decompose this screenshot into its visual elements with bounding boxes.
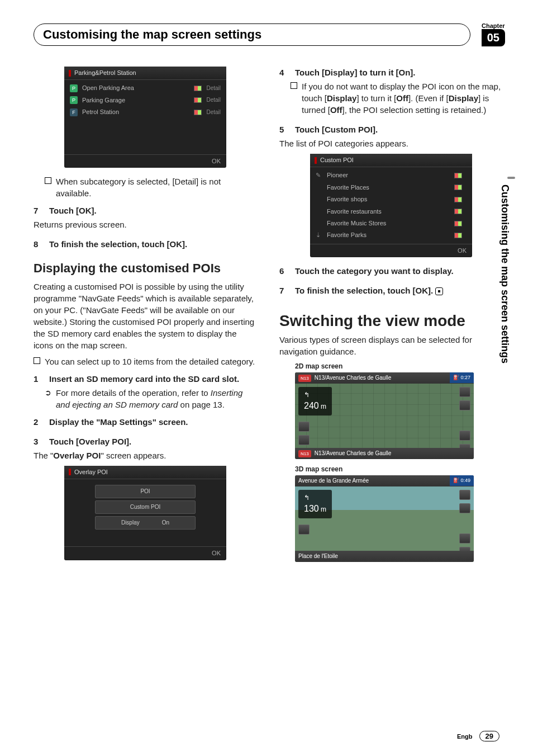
shot1-title: Parking&Petrol Station xyxy=(74,69,136,77)
list-item[interactable]: ✎Pioneer xyxy=(310,169,472,181)
screenshot-3d-map: Avenue de la Grande Armée ⛽ 0:49 ↰130 m … xyxy=(295,475,474,562)
custom-poi-button[interactable]: Custom POI xyxy=(95,500,196,514)
map-button[interactable] xyxy=(459,387,470,397)
time-badge: ⛽ 0:27 xyxy=(450,372,474,383)
side-tab-label: Customising the map screen settings xyxy=(499,185,511,363)
body-text: If you do not want to display the POI ic… xyxy=(302,81,503,116)
list-item[interactable]: ⇣Favorite Parks xyxy=(310,229,472,241)
step-heading: Touch [Display] to turn it [On]. xyxy=(295,67,503,78)
bullet-icon xyxy=(34,357,40,364)
ok-button[interactable]: OK xyxy=(212,158,221,164)
figure-caption: 3D map screen xyxy=(295,465,503,474)
map-button[interactable] xyxy=(298,525,310,535)
page-number: 29 xyxy=(479,731,499,741)
section-heading: Switching the view mode xyxy=(279,310,503,332)
street-name: N13/Avenue Charles de Gaulle xyxy=(315,374,392,382)
bullet-icon xyxy=(291,82,297,89)
thumb-tab-mark xyxy=(507,177,515,179)
list-item[interactable]: POpen Parking AreaDetail xyxy=(64,82,226,94)
step-heading: To finish the selection, touch [OK]. xyxy=(295,285,503,296)
reference-arrow-icon: ➲ xyxy=(45,388,51,410)
language-label: Engb xyxy=(457,733,473,740)
display-toggle-button[interactable]: DisplayOn xyxy=(95,516,196,530)
list-item[interactable]: Favorite restaurants xyxy=(310,206,472,218)
list-item[interactable]: Favorite Music Stores xyxy=(310,218,472,229)
screenshot-2d-map: N13N13/Avenue Charles de Gaulle ⛽ 0:27 ↰… xyxy=(295,372,474,459)
ok-button[interactable]: OK xyxy=(458,247,467,254)
poi-button[interactable]: POI xyxy=(95,485,196,498)
parking-icon: P xyxy=(70,84,78,92)
map-button[interactable] xyxy=(459,400,470,410)
section-heading: Displaying the customised POIs xyxy=(34,260,257,277)
end-section-icon xyxy=(435,287,443,295)
step-heading: Touch the category you want to display. xyxy=(295,265,503,277)
distance-panel: ↰130 m xyxy=(298,490,332,518)
fuel-icon: F xyxy=(70,108,78,116)
map-button[interactable] xyxy=(459,431,470,441)
body-text: For more details of the operation, refer… xyxy=(56,387,257,410)
time-badge: ⛽ 0:49 xyxy=(450,475,474,486)
list-item[interactable]: PParking GarageDetail xyxy=(64,94,226,106)
map-button[interactable] xyxy=(459,490,470,500)
body-text: You can select up to 10 items from the d… xyxy=(45,356,255,367)
shot2-title: Overlay POI xyxy=(74,468,108,476)
list-item[interactable]: Favorite shops xyxy=(310,193,472,205)
street-name: Place de l'Etoile xyxy=(298,552,338,560)
bullet-icon xyxy=(45,177,51,184)
shot3-title: Custom POI xyxy=(320,156,354,164)
street-name: Avenue de la Grande Armée xyxy=(298,477,369,485)
chapter-title: Customising the map screen settings xyxy=(34,23,470,46)
chapter-number: 05 xyxy=(482,29,505,46)
route-badge: N13 xyxy=(298,450,311,457)
list-item[interactable]: Favorite Places xyxy=(310,182,472,193)
map-button[interactable] xyxy=(298,435,310,445)
step-heading: Touch [Custom POI]. xyxy=(295,124,503,135)
step-heading: Touch [Overlay POI]. xyxy=(49,436,257,447)
route-badge: N13 xyxy=(298,375,311,382)
body-text: Creating a customised POI is possible by… xyxy=(34,281,257,351)
screenshot-overlay-poi: Overlay POI POI Custom POI DisplayOn OK xyxy=(64,466,226,560)
body-text: The list of POI categories appears. xyxy=(279,138,503,149)
figure-caption: 2D map screen xyxy=(295,362,503,371)
map-button[interactable] xyxy=(459,533,470,544)
step-heading: Insert an SD memory card into the SD car… xyxy=(49,373,257,385)
step-heading: Display the "Map Settings" screen. xyxy=(49,416,257,428)
ok-button[interactable]: OK xyxy=(212,550,221,556)
parking-icon: P xyxy=(70,96,78,104)
body-text: When subcategory is selected, [Detail] i… xyxy=(56,176,257,199)
screenshot-parking-petrol: Parking&Petrol Station POpen Parking Are… xyxy=(64,67,226,168)
step-heading: Touch [OK]. xyxy=(49,205,257,216)
body-text: Returns previous screen. xyxy=(34,219,257,230)
screenshot-custom-poi: Custom POI ✎Pioneer Favorite Places Favo… xyxy=(310,154,472,257)
distance-panel: ↰240 m xyxy=(298,387,332,415)
street-name: N13/Avenue Charles de Gaulle xyxy=(315,450,392,457)
step-heading: To finish the selection, touch [OK]. xyxy=(49,238,257,250)
chapter-label: Chapter xyxy=(482,22,505,29)
list-item[interactable]: FPetrol StationDetail xyxy=(64,106,226,118)
map-button[interactable] xyxy=(459,503,470,513)
body-text: Various types of screen displays can be … xyxy=(279,334,503,357)
map-button[interactable] xyxy=(298,422,310,432)
body-text: The "Overlay POI" screen appears. xyxy=(34,450,257,461)
